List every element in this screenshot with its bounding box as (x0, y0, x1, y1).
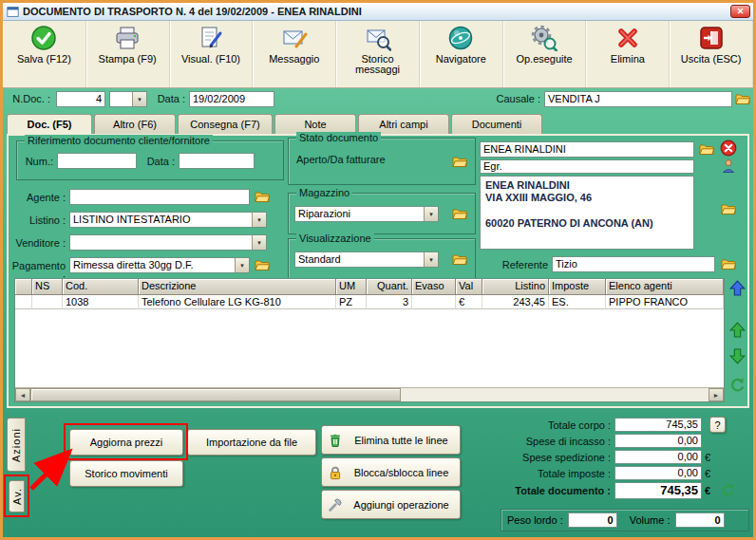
cell-cod[interactable]: 1038 (63, 295, 139, 309)
grid-col-descrizione[interactable]: Descrizione (139, 279, 336, 295)
grid-col-cod[interactable]: Cod. (63, 279, 139, 295)
causale-field[interactable]: VENDITA J (544, 91, 732, 107)
chevron-down-icon[interactable]: ▼ (132, 92, 146, 106)
pagamento-folder-icon[interactable] (255, 258, 270, 271)
navigatore-button[interactable]: Navigatore (420, 21, 503, 87)
cell-ns[interactable] (32, 295, 63, 309)
listino-combobox[interactable]: LISTINO INTESTATARIO ▼ (69, 212, 267, 228)
rif-data-field[interactable] (179, 153, 255, 169)
chevron-down-icon[interactable]: ▼ (424, 252, 438, 267)
magazzino-folder-icon[interactable] (452, 207, 467, 220)
cell-imposte[interactable]: ES. (549, 295, 606, 309)
magazzino-combobox[interactable]: Riparazioni ▼ (294, 206, 439, 222)
grid-horizontal-scrollbar[interactable]: ◄ ► (15, 387, 724, 401)
messaggio-button[interactable]: Messaggio (253, 21, 336, 87)
cell-val[interactable]: € (456, 295, 482, 309)
importazione-da-file-button[interactable]: Importazione da file (187, 429, 316, 456)
vertical-tab-azioni[interactable]: Azioni (7, 418, 26, 472)
grid-empty-area[interactable] (15, 309, 724, 387)
cliente-titolo-field[interactable]: Egr. (480, 159, 694, 174)
tab-note[interactable]: Note (274, 114, 356, 134)
grid-col-imposte[interactable]: Imposte (549, 279, 606, 295)
spese-spedizione-field[interactable]: 0,00 (614, 450, 702, 464)
scroll-left-icon[interactable]: ◄ (15, 388, 30, 401)
tab-consegna-f7[interactable]: Consegna (F7) (178, 114, 273, 134)
op-eseguite-button[interactable]: Op.eseguite (503, 21, 587, 87)
visualizzazione-folder-icon[interactable] (452, 252, 467, 266)
cliente-indirizzo-box[interactable]: ENEA RINALDINI VIA XXIII MAGGIO, 46 6002… (480, 176, 694, 250)
cliente-clear-icon[interactable] (720, 140, 737, 157)
tab-altro-f6[interactable]: Altro (F6) (94, 114, 176, 134)
salva-label: Salva (F12) (17, 54, 71, 65)
stato-folder-icon[interactable] (452, 155, 467, 168)
contact-person-icon[interactable] (721, 158, 736, 174)
cell-listino[interactable]: 243,45 (482, 295, 549, 309)
move-row-up-blue-icon[interactable] (729, 280, 746, 296)
grid-col-selector[interactable] (15, 279, 32, 295)
rif-num-field[interactable] (57, 153, 137, 169)
aggiungi-operazione-button[interactable]: Aggiungi operazione (321, 490, 461, 519)
agente-folder-icon[interactable] (255, 190, 270, 203)
totale-help-button[interactable]: ? (709, 417, 726, 433)
close-button[interactable]: ✕ (730, 5, 750, 18)
ndoc-field[interactable]: 4 (56, 91, 105, 107)
tab-documenti[interactable]: Documenti (451, 114, 542, 134)
chevron-down-icon[interactable]: ▼ (252, 235, 266, 250)
visualizzazione-combobox[interactable]: Standard ▼ (294, 251, 439, 268)
tab-altri-campi[interactable]: Altri campi (358, 114, 449, 134)
venditore-combobox[interactable]: ▼ (69, 234, 267, 251)
referente-folder-icon[interactable] (721, 257, 736, 270)
grid-col-listino[interactable]: Listino (482, 279, 549, 295)
uscita-button[interactable]: Uscita (ESC) (670, 21, 753, 87)
totale-imposte-field[interactable]: 0,00 (614, 466, 702, 480)
grid-col-val[interactable]: Val (456, 279, 482, 295)
volume-field[interactable]: 0 (675, 512, 725, 528)
cell-selector[interactable] (15, 295, 32, 309)
grid-col-ns[interactable]: NS (32, 279, 63, 295)
storico-messaggi-button[interactable]: Storico messaggi (336, 21, 420, 87)
grid-col-elenco-agenti[interactable]: Elenco agenti (606, 279, 724, 295)
data-field[interactable]: 19/02/2009 (189, 91, 274, 107)
recalc-totals-icon[interactable] (721, 483, 735, 497)
vertical-tab-av[interactable]: Av. (9, 480, 25, 512)
ndoc-series-combobox[interactable]: ▼ (109, 91, 147, 107)
cliente-folder-icon[interactable] (699, 142, 714, 156)
cell-quant[interactable]: 3 (367, 295, 412, 309)
elimina-button[interactable]: Elimina (586, 21, 670, 87)
move-row-up-green-icon[interactable] (729, 322, 746, 338)
referente-field[interactable]: Tizio (552, 256, 715, 272)
grid-col-evaso[interactable]: Evaso (412, 279, 456, 295)
blocca-linee-label: Blocca/sblocca linee (347, 467, 460, 478)
elimina-tutte-le-linee-button[interactable]: Elimina tutte le linee (321, 425, 461, 455)
chevron-down-icon[interactable]: ▼ (252, 213, 266, 227)
cell-descrizione[interactable]: Telefono Cellulare LG KG-810 (139, 295, 336, 309)
cell-um[interactable]: PZ (336, 295, 367, 309)
peso-lordo-field[interactable]: 0 (568, 512, 617, 528)
cell-elenco-agenti[interactable]: PIPPO FRANCO (606, 295, 724, 309)
righe-documento-grid[interactable]: NS Cod. Descrizione UM Quant. Evaso Val … (14, 278, 725, 402)
scrollbar-thumb[interactable] (30, 388, 401, 401)
chevron-down-icon[interactable]: ▼ (424, 207, 438, 221)
agente-field[interactable] (69, 189, 250, 205)
grid-data-row[interactable]: 1038 Telefono Cellulare LG KG-810 PZ 3 €… (15, 295, 724, 309)
causale-folder-icon[interactable] (735, 92, 750, 105)
salva-button[interactable]: Salva (F12) (3, 21, 86, 87)
scroll-right-icon[interactable]: ► (709, 388, 724, 401)
storico-movimenti-button[interactable]: Storico movimenti (69, 460, 183, 487)
compass-icon (447, 25, 474, 51)
grid-col-quant[interactable]: Quant. (367, 279, 412, 295)
aggiorna-prezzi-button[interactable]: Aggiorna prezzi (69, 429, 183, 456)
refresh-rows-icon[interactable] (729, 377, 746, 393)
stampa-button[interactable]: Stampa (F9) (86, 21, 170, 87)
blocca-sblocca-linee-button[interactable]: Blocca/sblocca linee (321, 457, 461, 487)
move-row-down-green-icon[interactable] (729, 348, 746, 364)
grid-col-um[interactable]: UM (336, 279, 367, 295)
visual-button[interactable]: Visual. (F10) (170, 21, 254, 87)
tab-doc-f5[interactable]: Doc. (F5) (7, 114, 92, 134)
pagamento-combobox[interactable]: Rimessa diretta 30gg D.F. ▼ (69, 257, 250, 273)
spese-incasso-field[interactable]: 0,00 (614, 434, 702, 448)
cell-evaso[interactable] (412, 295, 456, 309)
indirizzo-folder-icon[interactable] (721, 202, 736, 215)
chevron-down-icon[interactable]: ▼ (235, 258, 249, 272)
cliente-nome-field[interactable]: ENEA RINALDINI (480, 141, 694, 158)
